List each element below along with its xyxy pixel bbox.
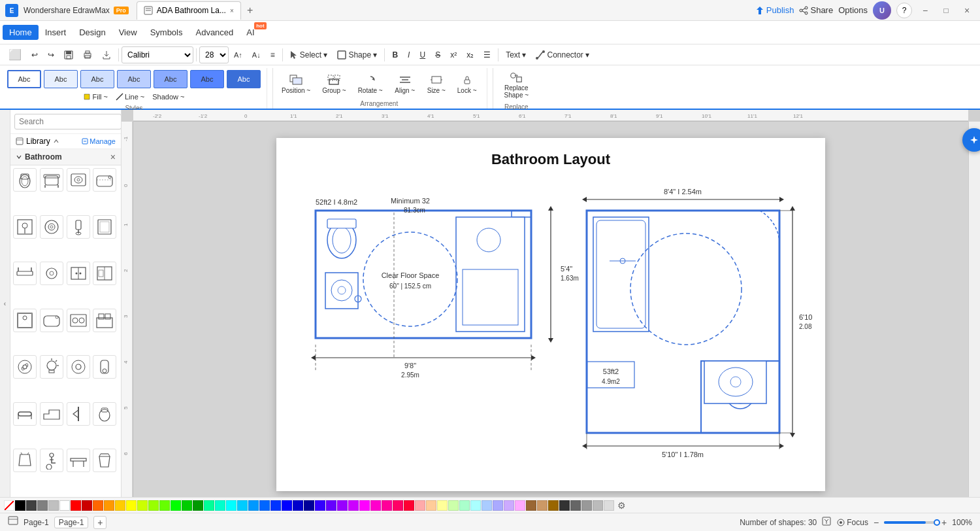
color-swatch-dark4[interactable]: [593, 500, 603, 511]
text-tool-button[interactable]: Text ▾: [501, 46, 531, 64]
color-swatch-dark2[interactable]: [570, 500, 581, 511]
subscript-button[interactable]: x₂: [462, 46, 478, 64]
color-swatch-teal1[interactable]: [204, 500, 214, 511]
page-nav[interactable]: Page-1: [54, 517, 89, 528]
color-swatch-white[interactable]: [59, 500, 70, 511]
bold-button[interactable]: B: [387, 46, 402, 64]
tab-close-btn[interactable]: ×: [230, 7, 234, 14]
line-button[interactable]: Line ~: [112, 90, 148, 103]
color-swatch-blue4[interactable]: [293, 500, 303, 511]
list-item[interactable]: [13, 168, 37, 192]
size-button[interactable]: Size ~: [423, 71, 450, 97]
font-size-select[interactable]: 28: [199, 46, 229, 63]
fill-button[interactable]: Fill ~: [80, 90, 111, 103]
list-item[interactable]: [13, 309, 37, 332]
list-item[interactable]: [67, 449, 90, 472]
italic-button[interactable]: I: [403, 46, 414, 64]
list-item[interactable]: [93, 402, 116, 426]
align-button[interactable]: Align ~: [390, 71, 420, 97]
color-swatch-brown3[interactable]: [548, 500, 559, 511]
list-item[interactable]: [93, 355, 116, 379]
tab-ada-bathroom[interactable]: ADA Bathroom La... ×: [137, 1, 241, 20]
color-swatch-pastelA[interactable]: [515, 500, 525, 511]
color-swatch-pastel1[interactable]: [415, 500, 425, 511]
style-swatch-5[interactable]: Abc: [154, 70, 188, 88]
connector-tool-button[interactable]: Connector ▾: [531, 46, 594, 64]
color-swatch-blue5[interactable]: [304, 500, 314, 511]
color-swatch-yellow1[interactable]: [115, 500, 125, 511]
list-button[interactable]: ☰: [479, 46, 495, 64]
font-family-select[interactable]: Calibri: [122, 46, 193, 63]
color-swatch-green2[interactable]: [159, 500, 170, 511]
color-swatch-red1[interactable]: [71, 500, 81, 511]
group-button[interactable]: Group ~: [318, 71, 350, 97]
list-item[interactable]: [67, 402, 90, 426]
color-swatch-dark1[interactable]: [559, 500, 570, 511]
canvas-viewport[interactable]: Bathroom Layout: [133, 122, 968, 497]
color-swatch-dark5[interactable]: [604, 500, 614, 511]
color-swatch-pastel2[interactable]: [426, 500, 436, 511]
list-item[interactable]: [93, 168, 116, 192]
zoom-slider[interactable]: [884, 521, 936, 524]
menu-item-advanced[interactable]: Advanced: [189, 25, 240, 40]
list-item[interactable]: [67, 168, 90, 192]
color-swatch-light-gray[interactable]: [48, 500, 59, 511]
list-item[interactable]: [40, 449, 63, 472]
color-swatch-pink2[interactable]: [370, 500, 381, 511]
style-swatch-2[interactable]: Abc: [44, 70, 78, 88]
no-color-swatch[interactable]: [4, 500, 14, 511]
list-item[interactable]: [93, 449, 116, 472]
fit-page-btn[interactable]: [822, 517, 831, 528]
list-item[interactable]: [40, 168, 63, 192]
menu-item-symbols[interactable]: Symbols: [144, 25, 189, 40]
list-item[interactable]: [13, 449, 37, 472]
menu-item-view[interactable]: View: [112, 25, 144, 40]
style-swatch-3[interactable]: Abc: [80, 70, 114, 88]
rotate-button[interactable]: Rotate ~: [353, 71, 387, 97]
print-button[interactable]: [78, 46, 97, 64]
color-swatch-yellow2[interactable]: [126, 500, 137, 511]
menu-item-home[interactable]: Home: [3, 25, 39, 40]
color-swatch-pink3[interactable]: [382, 500, 392, 511]
color-swatch-purple3[interactable]: [337, 500, 348, 511]
close-window-button[interactable]: ×: [959, 3, 975, 18]
list-item[interactable]: [93, 215, 116, 239]
options-button[interactable]: Options: [838, 5, 868, 15]
strikethrough-button[interactable]: S: [431, 46, 445, 64]
list-item[interactable]: [40, 309, 63, 332]
color-swatch-cyan1[interactable]: [226, 500, 237, 511]
list-item[interactable]: [40, 355, 63, 379]
maximize-button[interactable]: □: [938, 3, 954, 18]
style-swatch-1[interactable]: Abc: [7, 70, 41, 88]
color-swatch-dark-gray[interactable]: [26, 500, 37, 511]
shape-tool-button[interactable]: Shape ▾: [333, 46, 382, 64]
add-page-btn[interactable]: +: [93, 516, 106, 529]
lock-button[interactable]: Lock ~: [453, 71, 482, 97]
color-swatch-gray[interactable]: [37, 500, 48, 511]
new-button[interactable]: ⬜: [4, 46, 26, 64]
color-swatch-pastel4[interactable]: [448, 500, 459, 511]
redo-button[interactable]: ↪: [43, 46, 59, 64]
zoom-out-btn[interactable]: −: [874, 517, 879, 528]
list-item[interactable]: [40, 215, 63, 239]
color-swatch-yellow3[interactable]: [137, 500, 148, 511]
color-swatch-green5[interactable]: [193, 500, 203, 511]
color-swatch-green4[interactable]: [182, 500, 192, 511]
text-align-button[interactable]: ≡: [266, 46, 280, 64]
page-thumbnail-toggle[interactable]: [8, 516, 18, 528]
color-swatch-pastel9[interactable]: [504, 500, 514, 511]
color-swatch-pink1[interactable]: [359, 500, 370, 511]
list-item[interactable]: [13, 215, 37, 239]
list-item[interactable]: [67, 309, 90, 332]
color-swatch-black[interactable]: [15, 500, 25, 511]
color-swatch-brown2[interactable]: [537, 500, 547, 511]
color-swatch-brown1[interactable]: [526, 500, 536, 511]
color-swatch-pastel8[interactable]: [493, 500, 503, 511]
color-swatch-purple2[interactable]: [326, 500, 336, 511]
color-swatch-pastel5[interactable]: [459, 500, 470, 511]
color-swatch-teal2[interactable]: [215, 500, 225, 511]
minimize-button[interactable]: −: [917, 3, 933, 18]
menu-item-design[interactable]: Design: [73, 25, 112, 40]
color-swatch-blue3[interactable]: [282, 500, 292, 511]
color-swatch-cyan2[interactable]: [237, 500, 248, 511]
